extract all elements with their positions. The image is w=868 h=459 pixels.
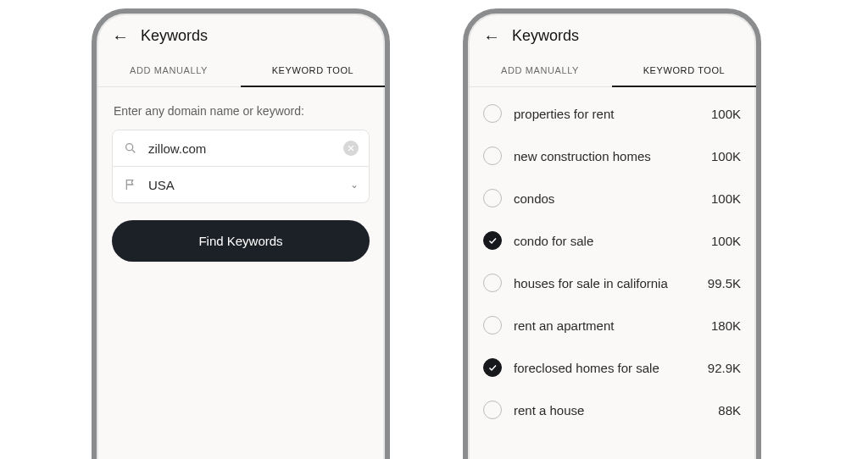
header: ← Keywords [468,14,756,53]
keyword-count: 100K [711,234,741,248]
keyword-label: houses for sale in california [514,276,696,290]
country-select[interactable]: USA ⌄ [112,167,370,203]
keyword-row[interactable]: foreclosed homes for sale92.9K [468,346,756,389]
checkbox-unchecked-icon[interactable] [483,104,502,123]
country-select-value: USA [148,178,350,192]
keyword-count: 100K [711,107,741,121]
page-title: Keywords [512,27,579,45]
keyword-label: condo for sale [514,234,699,248]
phone-screen-keyword-results: ← Keywords ADD MANUALLY KEYWORD TOOL pro… [463,8,761,459]
checkbox-unchecked-icon[interactable] [483,147,502,165]
back-arrow-icon[interactable]: ← [483,28,500,45]
tabs: ADD MANUALLY KEYWORD TOOL [97,55,385,87]
keyword-row[interactable]: properties for rent100K [468,92,756,135]
keyword-label: rent a house [514,403,706,418]
keyword-row[interactable]: houses for sale in california99.5K [468,262,756,304]
checkbox-unchecked-icon[interactable] [483,189,502,207]
checkbox-unchecked-icon[interactable] [483,274,502,292]
keyword-row[interactable]: condo for sale100K [468,219,756,262]
keyword-count: 100K [711,149,741,163]
tab-keyword-tool[interactable]: KEYWORD TOOL [241,55,385,87]
keyword-label: condos [514,191,699,206]
keyword-count: 180K [711,318,741,333]
keyword-row[interactable]: rent an apartment180K [468,304,756,346]
tab-add-manually[interactable]: ADD MANUALLY [97,55,241,87]
checkbox-checked-icon[interactable] [483,358,502,377]
keyword-label: properties for rent [514,107,699,121]
keyword-count: 99.5K [708,276,741,290]
flag-icon [123,177,138,192]
tab-add-manually[interactable]: ADD MANUALLY [468,55,612,87]
body: Enter any domain name or keyword: zillow… [97,87,385,262]
checkbox-checked-icon[interactable] [483,231,502,250]
keyword-results-list: properties for rent100Knew construction … [468,92,756,431]
header: ← Keywords [97,14,385,53]
chevron-down-icon: ⌄ [350,179,359,191]
checkbox-unchecked-icon[interactable] [483,401,502,419]
tabs: ADD MANUALLY KEYWORD TOOL [468,55,756,87]
keyword-label: rent an apartment [514,318,699,333]
phone-screen-keyword-tool-input: ← Keywords ADD MANUALLY KEYWORD TOOL Ent… [92,8,390,459]
keyword-count: 88K [718,403,741,418]
checkbox-unchecked-icon[interactable] [483,316,502,335]
keyword-row[interactable]: new construction homes100K [468,135,756,177]
domain-input-value: zillow.com [148,141,343,156]
tab-keyword-tool[interactable]: KEYWORD TOOL [612,55,756,87]
domain-input[interactable]: zillow.com [112,130,370,167]
prompt-text: Enter any domain name or keyword: [114,104,370,118]
clear-input-icon[interactable] [343,141,359,156]
search-icon [123,141,138,156]
keyword-count: 92.9K [708,361,741,375]
page-title: Keywords [141,27,208,45]
keyword-count: 100K [711,191,741,206]
back-arrow-icon[interactable]: ← [112,28,129,45]
keyword-label: new construction homes [514,149,699,163]
svg-point-0 [126,144,133,151]
keyword-row[interactable]: rent a house88K [468,389,756,431]
find-keywords-label: Find Keywords [198,234,282,248]
keyword-label: foreclosed homes for sale [514,361,696,375]
find-keywords-button[interactable]: Find Keywords [112,220,370,262]
svg-line-1 [132,150,135,152]
keyword-row[interactable]: condos100K [468,177,756,219]
